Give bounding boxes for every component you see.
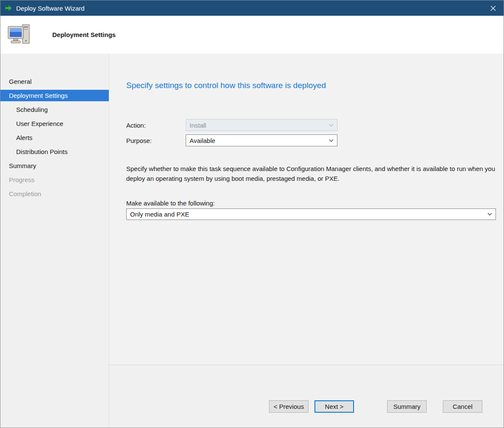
sidebar-item-progress: Progress bbox=[0, 174, 109, 185]
sidebar-item-summary[interactable]: Summary bbox=[0, 160, 109, 171]
sidebar-item-general[interactable]: General bbox=[0, 76, 109, 87]
action-row: Action: Install bbox=[126, 119, 496, 131]
content-heading: Specify settings to control how this sof… bbox=[126, 81, 496, 90]
availability-select[interactable]: Only media and PXE bbox=[126, 208, 496, 220]
wizard-header: Deployment Settings bbox=[0, 16, 504, 54]
availability-value: Only media and PXE bbox=[130, 211, 485, 218]
chevron-down-icon bbox=[329, 124, 334, 127]
previous-button[interactable]: < Previous bbox=[269, 400, 309, 413]
purpose-value: Available bbox=[190, 137, 326, 144]
availability-description: Specify whether to make this task sequen… bbox=[126, 164, 496, 183]
chevron-down-icon bbox=[487, 213, 492, 216]
content-column: Specify settings to control how this sof… bbox=[109, 54, 504, 428]
chevron-down-icon bbox=[329, 139, 334, 142]
sidebar-item-completion: Completion bbox=[0, 188, 109, 200]
close-icon bbox=[490, 6, 496, 11]
sidebar-item-distribution-points[interactable]: Distribution Points bbox=[0, 146, 109, 157]
deploy-software-wizard-window: Deploy Software Wizard bbox=[0, 0, 504, 428]
action-value: Install bbox=[190, 122, 326, 129]
purpose-row: Purpose: Available bbox=[126, 134, 496, 146]
window-title: Deploy Software Wizard bbox=[16, 5, 487, 12]
titlebar: Deploy Software Wizard bbox=[0, 0, 504, 16]
action-select: Install bbox=[186, 119, 337, 131]
close-button[interactable] bbox=[487, 3, 498, 14]
wizard-nav-sidebar: General Deployment Settings Scheduling U… bbox=[0, 54, 109, 428]
wizard-body: General Deployment Settings Scheduling U… bbox=[0, 54, 504, 428]
sidebar-item-alerts[interactable]: Alerts bbox=[0, 132, 109, 143]
cancel-button[interactable]: Cancel bbox=[443, 400, 482, 413]
summary-button[interactable]: Summary bbox=[387, 400, 427, 413]
sidebar-item-scheduling[interactable]: Scheduling bbox=[0, 104, 109, 115]
wizard-footer: < Previous Next > Summary Cancel bbox=[109, 365, 504, 428]
deployment-settings-panel: Specify settings to control how this sof… bbox=[109, 54, 504, 365]
make-available-label: Make available to the following: bbox=[126, 200, 496, 207]
sidebar-item-deployment-settings[interactable]: Deployment Settings bbox=[0, 90, 109, 101]
computer-icon bbox=[7, 23, 31, 46]
action-label: Action: bbox=[126, 122, 186, 129]
wizard-arrow-icon bbox=[5, 5, 12, 11]
next-button[interactable]: Next > bbox=[314, 400, 354, 413]
sidebar-item-user-experience[interactable]: User Experience bbox=[0, 118, 109, 129]
page-title: Deployment Settings bbox=[52, 31, 116, 38]
purpose-select[interactable]: Available bbox=[186, 134, 337, 146]
purpose-label: Purpose: bbox=[126, 137, 186, 144]
